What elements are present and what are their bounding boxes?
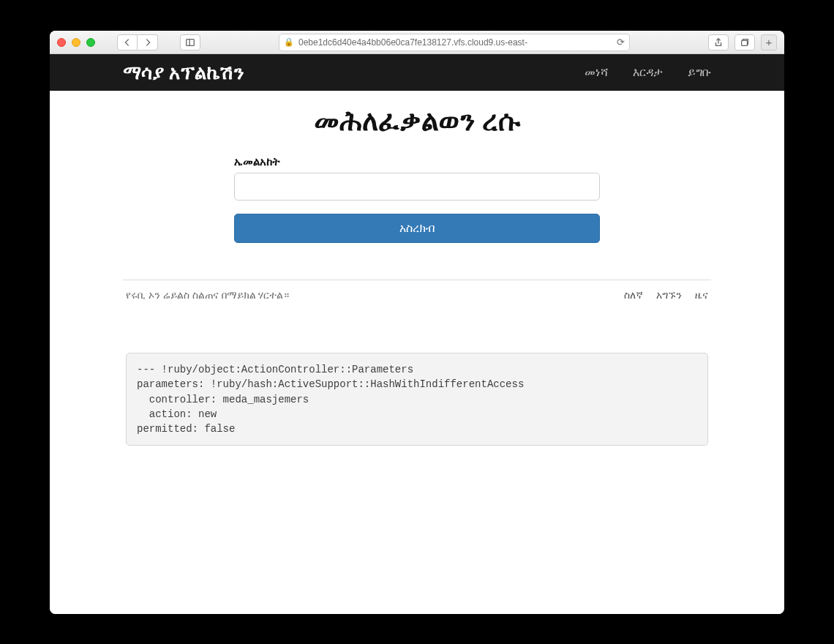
share-icon — [713, 37, 724, 48]
plus-icon: + — [766, 36, 773, 48]
nav-link-help[interactable]: እርዳታ — [633, 66, 663, 79]
brand-title[interactable]: ማሳያ አፕልኬሽን — [123, 61, 244, 84]
page-content: ማሳያ አፕልኬሽን መነሻ እርዳታ ይግቡ መሕለፈቃልወን ረሱ ኤመልአ… — [50, 54, 784, 614]
lock-icon: 🔒 — [284, 37, 294, 47]
sidebar-icon — [185, 37, 195, 48]
url-bar[interactable]: 🔒 0ebe1dc6d40e4a4bb06e0ca7fe138127.vfs.c… — [279, 34, 630, 51]
nav-links: መነሻ እርዳታ ይግቡ — [585, 66, 711, 79]
forward-button[interactable] — [138, 34, 158, 50]
tabs-button[interactable] — [735, 34, 755, 50]
minimize-window-button[interactable] — [72, 38, 80, 47]
tabs-icon — [740, 37, 750, 48]
submit-button[interactable]: አስረክብ — [234, 214, 600, 243]
footer-links: ስለኛ አግኙን ዜና — [624, 289, 708, 302]
back-button[interactable] — [117, 34, 138, 50]
browser-window: 🔒 0ebe1dc6d40e4a4bb06e0ca7fe138127.vfs.c… — [50, 31, 784, 614]
footer-note: የሩቢ ኦን ሬይልስ ስልጠና በማይክል ሃርተል። — [126, 289, 289, 302]
footer-link-contact[interactable]: አግኙን — [656, 289, 682, 302]
new-tab-button[interactable]: + — [761, 34, 777, 50]
nav-link-home[interactable]: መነሻ — [585, 66, 608, 79]
url-text: 0ebe1dc6d40e4a4bb06e0ca7fe138127.vfs.clo… — [298, 37, 612, 48]
svg-rect-1 — [742, 40, 748, 45]
sidebar-toggle-button[interactable] — [180, 34, 200, 50]
password-reset-form: ኤመልአከት አስረክብ — [234, 155, 600, 243]
svg-rect-0 — [187, 39, 195, 45]
footer-link-about[interactable]: ስለኛ — [624, 289, 643, 302]
debug-dump: --- !ruby/object:ActionController::Param… — [126, 353, 708, 446]
share-button[interactable] — [708, 34, 729, 50]
url-bar-container: 🔒 0ebe1dc6d40e4a4bb06e0ca7fe138127.vfs.c… — [208, 34, 701, 51]
page-title: መሕለፈቃልወን ረሱ — [123, 105, 711, 138]
email-label: ኤመልአከት — [234, 155, 600, 168]
footer: የሩቢ ኦን ሬይልስ ስልጠና በማይክል ሃርተል። ስለኛ አግኙን ዜና — [123, 289, 711, 302]
chevron-right-icon — [143, 37, 153, 48]
footer-link-news[interactable]: ዜና — [695, 289, 708, 302]
reload-icon[interactable]: ⟳ — [617, 37, 625, 48]
email-field[interactable] — [234, 173, 600, 201]
app-navbar: ማሳያ አፕልኬሽን መነሻ እርዳታ ይግቡ — [50, 54, 784, 91]
nav-buttons — [117, 34, 158, 50]
chevron-left-icon — [122, 37, 132, 48]
nav-link-login[interactable]: ይግቡ — [688, 66, 711, 79]
zoom-window-button[interactable] — [86, 38, 95, 47]
titlebar-right: + — [708, 34, 777, 50]
footer-separator — [123, 280, 711, 280]
window-controls — [57, 38, 95, 47]
desktop: 🔒 0ebe1dc6d40e4a4bb06e0ca7fe138127.vfs.c… — [0, 0, 834, 644]
main-container: መሕለፈቃልወን ረሱ ኤመልአከት አስረክብ የሩቢ ኦን ሬይልስ ስልጠ… — [50, 105, 784, 446]
close-window-button[interactable] — [57, 38, 66, 47]
browser-titlebar: 🔒 0ebe1dc6d40e4a4bb06e0ca7fe138127.vfs.c… — [50, 31, 784, 54]
